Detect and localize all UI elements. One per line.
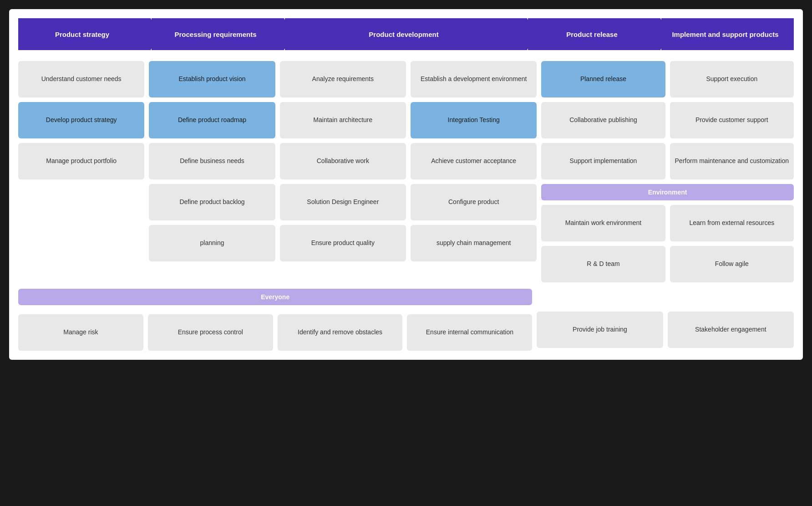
- card-understand-customer-needs: Understand customer needs: [18, 61, 144, 97]
- everyone-right: Provide job training Stakeholder engagem…: [537, 312, 794, 348]
- card-integration-testing: Integration Testing: [411, 102, 537, 138]
- main-container: Product strategy Processing requirements…: [9, 9, 803, 360]
- card-analyze-requirements: Analyze requirements: [280, 61, 406, 97]
- card-follow-agile: Follow agile: [670, 246, 794, 282]
- environment-section: Environment: [541, 184, 794, 200]
- card-planned-release: Planned release: [541, 61, 665, 97]
- col-product-release: Planned release Collaborative publishing…: [541, 61, 665, 179]
- card-define-product-roadmap: Define product roadmap: [149, 102, 275, 138]
- col-product-strategy: Understand customer needs Develop produc…: [18, 61, 144, 282]
- everyone-section: Everyone Manage risk Ensure process cont…: [18, 289, 794, 351]
- card-collaborative-work: Collaborative work: [280, 143, 406, 179]
- top-section: Understand customer needs Develop produc…: [18, 61, 794, 282]
- arrow-implement-support: Implement and support products: [661, 18, 794, 50]
- card-establish-dev-environment: Establish a development environment: [411, 61, 537, 97]
- env-col5: Maintain work environment R & D team: [541, 205, 665, 282]
- card-support-implementation: Support implementation: [541, 143, 665, 179]
- col-implement-support: Support execution Provide customer suppo…: [670, 61, 794, 179]
- card-supply-chain-management: supply chain management: [411, 225, 537, 261]
- arrow-product-development: Product development: [285, 18, 527, 50]
- col-release-implement-wrapper: Planned release Collaborative publishing…: [541, 61, 794, 282]
- environment-cards: Maintain work environment R & D team Lea…: [541, 205, 794, 282]
- card-achieve-customer-acceptance: Achieve customer acceptance: [411, 143, 537, 179]
- card-ensure-product-quality: Ensure product quality: [280, 225, 406, 261]
- col-processing-requirements: Establish product vision Define product …: [149, 61, 275, 282]
- card-solution-design-engineer: Solution Design Engineer: [280, 184, 406, 220]
- card-maintain-architecture: Maintain architecture: [280, 102, 406, 138]
- environment-banner: Environment: [541, 184, 794, 200]
- card-ensure-process-control: Ensure process control: [148, 314, 273, 351]
- card-planning: planning: [149, 225, 275, 261]
- card-stakeholder-engagement: Stakeholder engagement: [668, 312, 794, 348]
- card-perform-maintenance: Perform maintenance and customization: [670, 143, 794, 179]
- card-define-product-backlog: Define product backlog: [149, 184, 275, 220]
- col-product-dev-left: Analyze requirements Maintain architectu…: [280, 61, 406, 282]
- everyone-banner: Everyone: [18, 289, 532, 305]
- header-row: Product strategy Processing requirements…: [18, 18, 794, 50]
- card-manage-risk: Manage risk: [18, 314, 143, 351]
- card-provide-customer-support: Provide customer support: [670, 102, 794, 138]
- everyone-layout: Everyone Manage risk Ensure process cont…: [18, 289, 794, 351]
- card-ensure-internal-communication: Ensure internal communication: [407, 314, 532, 351]
- card-establish-product-vision: Establish product vision: [149, 61, 275, 97]
- card-manage-product-portfolio: Manage product portfolio: [18, 143, 144, 179]
- card-develop-product-strategy: Develop product strategy: [18, 102, 144, 138]
- col-product-dev-right: Establish a development environment Inte…: [411, 61, 537, 282]
- card-configure-product: Configure product: [411, 184, 537, 220]
- card-collaborative-publishing: Collaborative publishing: [541, 102, 665, 138]
- env-col6: Learn from external resources Follow agi…: [670, 205, 794, 282]
- release-implement-top: Planned release Collaborative publishing…: [541, 61, 794, 179]
- card-maintain-work-environment: Maintain work environment: [541, 205, 665, 241]
- card-define-business-needs: Define business needs: [149, 143, 275, 179]
- card-learn-external-resources: Learn from external resources: [670, 205, 794, 241]
- everyone-cards-row: Manage risk Ensure process control Ident…: [18, 314, 532, 351]
- arrow-processing-requirements: Processing requirements: [152, 18, 284, 50]
- arrow-product-strategy: Product strategy: [18, 18, 151, 50]
- everyone-left: Everyone Manage risk Ensure process cont…: [18, 289, 532, 351]
- card-support-execution: Support execution: [670, 61, 794, 97]
- card-identify-remove-obstacles: Identify and remove obstacles: [278, 314, 403, 351]
- arrow-product-release: Product release: [528, 18, 660, 50]
- card-r-d-team: R & D team: [541, 246, 665, 282]
- card-provide-job-training: Provide job training: [537, 312, 663, 348]
